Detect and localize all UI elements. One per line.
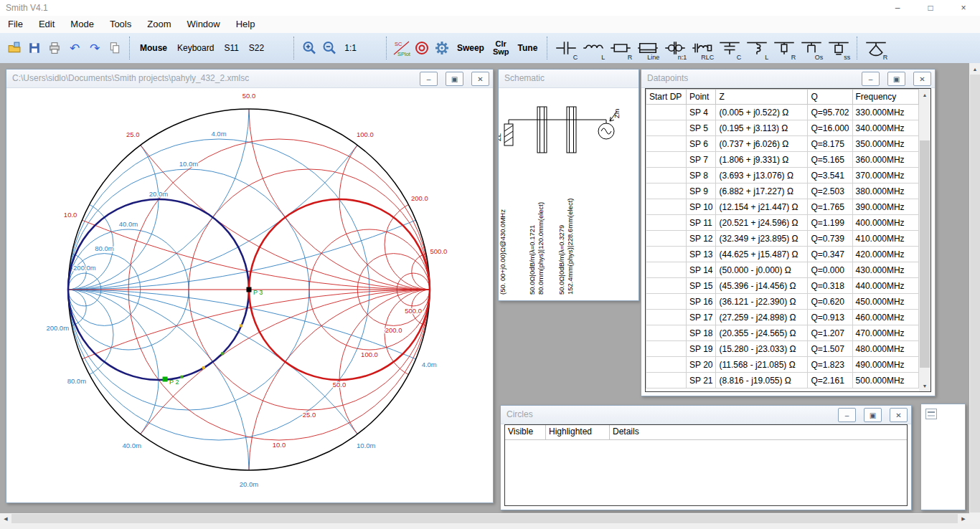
table-row[interactable]: SP 7(1.806 + j9.331) ΩQ=5.165360.000MHz: [646, 152, 919, 168]
smith-chart[interactable]: P 3P 210.010.04.0m4.0m25.025.010.0m10.0m…: [6, 88, 493, 502]
datapoints-maximize-button[interactable]: ▣: [887, 72, 905, 86]
component-button-stub-short[interactable]: ss: [825, 34, 852, 62]
table-row[interactable]: SP 4(0.005 + j0.522) ΩQ=95.702330.000MHz: [646, 105, 919, 120]
table-row[interactable]: SP 10(12.154 + j21.447) ΩQ=1.765390.000M…: [646, 199, 919, 215]
table-row[interactable]: SP 13(44.625 + j15.487) ΩQ=0.347420.000M…: [646, 247, 919, 262]
menu-zoom[interactable]: Zoom: [139, 16, 179, 33]
table-row[interactable]: SP 5(0.195 + j3.113) ΩQ=16.000340.000MHz: [646, 120, 919, 136]
menu-mode[interactable]: Mode: [62, 16, 102, 33]
marker-p3[interactable]: [247, 287, 252, 292]
column-header[interactable]: Q: [808, 90, 852, 105]
component-button-shunt-r[interactable]: R: [771, 34, 798, 62]
undo-button[interactable]: ↶: [65, 35, 85, 61]
project-close-button[interactable]: ✕: [471, 72, 489, 86]
marker-p2[interactable]: [163, 376, 168, 381]
table-row[interactable]: SP 12(32.349 + j23.895) ΩQ=0.739410.000M…: [646, 231, 919, 247]
table-row[interactable]: SP 17(27.259 - j24.898) ΩQ=0.913460.000M…: [646, 310, 919, 325]
scroll-left-icon[interactable]: ◀: [0, 513, 11, 524]
component-button-shunt-l[interactable]: L: [743, 34, 771, 62]
column-header[interactable]: Z: [716, 90, 808, 105]
circles-table-body[interactable]: [505, 440, 907, 501]
schematic-window-titlebar[interactable]: Schematic: [499, 70, 639, 88]
table-row[interactable]: SP 6(0.737 + j6.026) ΩQ=8.175350.000MHz: [646, 136, 919, 152]
datapoints-minimize-button[interactable]: –: [862, 72, 880, 86]
datapoints-close-button[interactable]: ✕: [913, 72, 931, 86]
mdi-horizontal-scrollbar[interactable]: ◀ ▶: [0, 513, 969, 524]
column-header[interactable]: Frequency: [852, 90, 918, 105]
clear-sweep-button[interactable]: Clr Swp: [489, 35, 513, 61]
component-button-series-c[interactable]: C: [552, 34, 580, 62]
table-row[interactable]: SP 19(15.280 - j23.033) ΩQ=1.507480.000M…: [646, 341, 919, 357]
mode-button-keyboard[interactable]: Keyboard: [172, 43, 219, 53]
scroll-up-icon[interactable]: ▲: [919, 89, 930, 100]
component-button-rlc[interactable]: RLC: [689, 34, 716, 62]
component-button-radial[interactable]: R: [862, 34, 890, 62]
scroll-down-icon[interactable]: ▼: [919, 380, 930, 391]
table-row[interactable]: SP 14(50.000 - j0.000) ΩQ=0.000430.000MH…: [646, 262, 919, 278]
table-row[interactable]: SP 16(36.121 - j22.390) ΩQ=0.620450.000M…: [646, 294, 919, 310]
menu-edit[interactable]: Edit: [31, 16, 62, 33]
smith-target-button[interactable]: [412, 35, 432, 61]
open-project-button[interactable]: [4, 35, 24, 61]
column-header[interactable]: Visible: [505, 425, 546, 439]
datapoints-scrollbar[interactable]: ▲ ▼: [919, 89, 930, 391]
tune-button[interactable]: Tune: [513, 35, 543, 61]
app-titlebar[interactable]: Smith V4.1 – □ ×: [0, 0, 980, 16]
schematic-canvas[interactable]: ZL Zin (50. 00+j0.00)Ω@430.0MHz 50.0Ω|0d…: [499, 88, 639, 300]
scrollbar-thumb[interactable]: [11, 514, 958, 523]
app-maximize-button[interactable]: □: [914, 0, 947, 16]
menu-tools[interactable]: Tools: [102, 16, 139, 33]
table-row[interactable]: SP 20(11.568 - j21.085) ΩQ=1.823490.000M…: [646, 357, 919, 373]
zoom-in-button[interactable]: [299, 35, 319, 61]
mode-button-mouse[interactable]: Mouse: [135, 43, 172, 53]
component-button-line[interactable]: Line: [634, 34, 661, 62]
mdi-vertical-scrollbar[interactable]: ▲ ▼: [969, 63, 980, 524]
splot-button[interactable]: SC SPlot: [392, 35, 412, 61]
mode-button-s22[interactable]: S22: [244, 43, 269, 53]
table-row[interactable]: SP 15(45.396 - j14.456) ΩQ=0.318440.000M…: [646, 278, 919, 294]
settings-button[interactable]: [432, 35, 452, 61]
column-header[interactable]: Details: [610, 425, 907, 439]
sweep-button[interactable]: Sweep: [452, 35, 489, 61]
table-row[interactable]: SP 11(20.521 + j24.596) ΩQ=1.199400.000M…: [646, 215, 919, 231]
component-button-series-l[interactable]: L: [580, 34, 607, 62]
menu-window[interactable]: Window: [179, 16, 227, 33]
circles-close-button[interactable]: ✕: [890, 408, 908, 422]
partial-window-icon[interactable]: [925, 409, 937, 419]
scrollbar-thumb[interactable]: [920, 140, 930, 368]
circles-maximize-button[interactable]: ▣: [864, 408, 882, 422]
project-window-titlebar[interactable]: C:\Users\sidlo\Documents\Smith projects\…: [6, 70, 493, 88]
table-row[interactable]: SP 18(20.355 - j24.565) ΩQ=1.207470.000M…: [646, 325, 919, 341]
project-minimize-button[interactable]: –: [420, 72, 438, 86]
component-button-shunt-c[interactable]: C: [716, 34, 743, 62]
component-button-stub-open[interactable]: Os: [798, 34, 825, 62]
zoom-out-button[interactable]: [319, 35, 339, 61]
app-minimize-button[interactable]: –: [881, 0, 914, 16]
circles-window-titlebar[interactable]: Circles – ▣ ✕: [501, 406, 911, 424]
load-symbol[interactable]: [504, 124, 513, 146]
app-close-button[interactable]: ×: [947, 0, 980, 16]
table-row[interactable]: SP 9(6.882 + j17.227) ΩQ=2.503380.000MHz: [646, 184, 919, 199]
column-header[interactable]: Point: [687, 90, 716, 105]
table-row[interactable]: SP 21(8.816 - j19.055) ΩQ=2.161500.000MH…: [646, 373, 919, 389]
table-row[interactable]: SP 8(3.693 + j13.076) ΩQ=3.541370.000MHz: [646, 168, 919, 184]
project-maximize-button[interactable]: ▣: [446, 72, 463, 86]
menu-file[interactable]: File: [0, 16, 31, 33]
tline2-symbol[interactable]: [567, 107, 576, 153]
column-header[interactable]: Highlighted: [546, 425, 610, 439]
scroll-right-icon[interactable]: ▶: [958, 513, 969, 524]
column-header[interactable]: Start DP: [646, 90, 687, 105]
mode-button-s11[interactable]: S11: [219, 43, 243, 53]
redo-button[interactable]: ↷: [85, 35, 105, 61]
scrollbar-thumb[interactable]: [970, 75, 980, 513]
zoom-ratio-button[interactable]: 1:1: [339, 35, 362, 61]
datapoints-window-titlebar[interactable]: Datapoints – ▣ ✕: [641, 70, 935, 88]
save-button[interactable]: [24, 35, 44, 61]
component-button-xfmr[interactable]: n:1: [661, 34, 689, 62]
print-button[interactable]: [44, 35, 65, 61]
scroll-up-icon[interactable]: ▲: [969, 63, 980, 75]
tline1-symbol[interactable]: [537, 107, 547, 153]
component-button-series-r[interactable]: R: [607, 34, 634, 62]
circles-minimize-button[interactable]: –: [838, 408, 856, 422]
menu-help[interactable]: Help: [228, 16, 263, 33]
